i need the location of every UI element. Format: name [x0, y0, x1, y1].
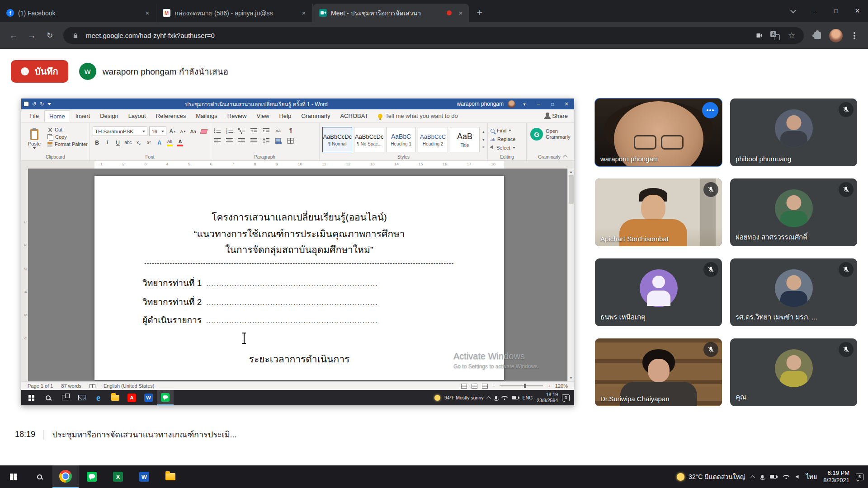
taskbar-chrome-button[interactable]	[52, 465, 79, 488]
borders-button[interactable]	[286, 137, 295, 144]
scroll-down-icon[interactable]: ▼	[569, 376, 573, 380]
underline-button[interactable]	[113, 138, 122, 147]
bookmark-star-icon[interactable]	[786, 30, 797, 42]
tab-search-icon[interactable]	[786, 5, 800, 18]
tab-acrobat[interactable]: ACROBAT	[335, 110, 373, 122]
replace-button[interactable]: Replace	[491, 136, 524, 142]
copy-button[interactable]: Copy	[47, 134, 88, 140]
multilevel-list-button[interactable]	[237, 127, 246, 134]
participant-tile[interactable]: รศ.ดร.วิทยา เมฆขำ มรภ. ...	[730, 258, 857, 326]
line-spacing-button[interactable]	[262, 137, 271, 144]
acrobat-icon[interactable]: A	[123, 390, 140, 405]
web-layout-icon[interactable]	[482, 384, 488, 389]
share-button[interactable]: Share	[546, 113, 571, 119]
edge-icon[interactable]	[90, 390, 107, 405]
tab-view[interactable]: View	[252, 110, 274, 122]
save-icon[interactable]	[24, 102, 28, 106]
quick-access-menu-icon[interactable]	[47, 103, 51, 105]
taskbar-word-button[interactable]: W	[131, 465, 157, 488]
line-app-icon[interactable]	[157, 390, 174, 405]
styles-scroll-down-icon[interactable]: ▾	[482, 138, 485, 142]
task-view-icon[interactable]	[57, 390, 73, 405]
change-case-button[interactable]	[189, 127, 198, 136]
browser-maximize-button[interactable]	[826, 0, 847, 22]
ribbon-display-options-icon[interactable]	[519, 101, 529, 107]
forward-icon[interactable]	[24, 28, 40, 44]
shared-screen-word-window[interactable]: ประชุมการดำเนินงานเสวนาแลกเปลี่ยนเรียนรู…	[21, 99, 574, 405]
document-area[interactable]: 1 2 3 4 5 6 โครงการเสวนาแลกเปลี่ยนเรียนร…	[21, 169, 574, 381]
participant-tile[interactable]: ฝอยทอง สาศรวรรณศักดิ์	[730, 178, 857, 246]
start-button[interactable]	[0, 465, 26, 488]
word-app-icon[interactable]: W	[140, 390, 157, 405]
scrollbar-thumb[interactable]	[569, 175, 574, 204]
tray-battery-icon[interactable]	[512, 396, 519, 399]
browser-minimize-button[interactable]	[804, 0, 826, 22]
word-minimize-button[interactable]	[533, 101, 543, 107]
taskbar-weather[interactable]: 32°C มีแดดส่วนใหญ่	[677, 472, 745, 482]
style-normal[interactable]: AaBbCcDc¶ Normal	[322, 127, 352, 152]
reload-icon[interactable]	[42, 28, 58, 44]
page-indicator[interactable]: Page 1 of 1	[28, 383, 53, 389]
word-count[interactable]: 87 words	[61, 383, 81, 389]
shading-button[interactable]	[274, 137, 283, 144]
tell-me-box[interactable]: Tell me what you want to do	[378, 113, 458, 119]
tray-wifi-icon[interactable]	[783, 474, 789, 479]
word-close-button[interactable]	[561, 100, 571, 108]
lock-icon[interactable]	[70, 30, 81, 42]
word-account-avatar[interactable]	[508, 100, 515, 108]
text-effects-button[interactable]	[155, 138, 164, 147]
zoom-in-icon[interactable]	[547, 383, 550, 389]
open-grammarly-button[interactable]: G Open Grammarly	[529, 125, 570, 141]
tab-meet[interactable]: Meet - ประชุมหารือการจัดเสวนา	[313, 4, 469, 22]
decrease-indent-button[interactable]	[250, 127, 259, 134]
tab-review[interactable]: Review	[223, 110, 251, 122]
extensions-icon[interactable]	[809, 28, 826, 44]
font-size-select[interactable]: 16	[149, 127, 166, 136]
vertical-ruler[interactable]: 1 2 3 4 5 6	[21, 169, 28, 381]
notification-icon[interactable]: 3	[562, 394, 570, 401]
tab-insert[interactable]: Insert	[71, 110, 95, 122]
participant-tile[interactable]: Dr.Suriwipa Chaiyapan	[595, 338, 722, 406]
file-explorer-icon[interactable]	[107, 390, 123, 405]
style-title[interactable]: AaBTitle	[450, 127, 480, 152]
font-name-select[interactable]: TH SarabunPSK	[93, 127, 147, 136]
align-center-button[interactable]	[225, 137, 234, 144]
participant-tile[interactable]: คุณ	[730, 338, 857, 406]
taskbar-files-button[interactable]	[157, 465, 184, 488]
taskbar-line-button[interactable]	[79, 465, 105, 488]
strikethrough-button[interactable]	[124, 138, 132, 147]
tab-layout[interactable]: Layout	[124, 110, 151, 122]
browser-menu-icon[interactable]	[846, 28, 863, 44]
zoom-out-icon[interactable]	[492, 383, 495, 389]
taskbar-excel-button[interactable]: X	[105, 465, 131, 488]
mail-icon[interactable]	[73, 390, 90, 405]
word-titlebar[interactable]: ประชุมการดำเนินงานเสวนาแลกเปลี่ยนเรียนรู…	[21, 99, 574, 109]
tab-file[interactable]: File	[25, 110, 43, 122]
tab-mailings[interactable]: Mailings	[191, 110, 222, 122]
tray-overflow-icon[interactable]	[486, 396, 491, 400]
new-tab-button[interactable]	[473, 6, 486, 19]
tray-battery-icon[interactable]	[770, 475, 777, 479]
justify-button[interactable]	[250, 137, 259, 144]
tab-home[interactable]: Home	[44, 110, 70, 122]
shrink-font-button[interactable]	[179, 127, 187, 136]
align-left-button[interactable]	[213, 137, 222, 144]
read-mode-icon[interactable]	[461, 384, 467, 389]
scroll-up-icon[interactable]: ▲	[569, 170, 573, 174]
zoom-slider-thumb[interactable]	[524, 384, 526, 388]
style-no-spacing[interactable]: AaBbCcDc¶ No Spac...	[354, 127, 384, 152]
weather-text[interactable]: 94°F Mostly sunny	[444, 395, 483, 400]
address-bar[interactable]: meet.google.com/had-zyhf-fxk?authuser=0	[63, 27, 804, 44]
tab-close-icon[interactable]	[299, 8, 309, 18]
tab-facebook[interactable]: f (1) Facebook	[0, 4, 156, 22]
tile-options-button[interactable]	[702, 102, 718, 118]
find-button[interactable]: Find	[491, 128, 524, 133]
tab-help[interactable]: Help	[274, 110, 296, 122]
redo-icon[interactable]	[40, 101, 44, 107]
document-scrollbar[interactable]: ▲ ▼	[567, 169, 574, 381]
tray-mic-icon[interactable]	[495, 396, 497, 399]
show-marks-button[interactable]	[286, 127, 295, 134]
record-button[interactable]: บันทึก	[11, 60, 68, 83]
bullets-button[interactable]	[213, 127, 222, 134]
participant-tile[interactable]: ธนพร เหนือเกตุ	[595, 258, 722, 326]
